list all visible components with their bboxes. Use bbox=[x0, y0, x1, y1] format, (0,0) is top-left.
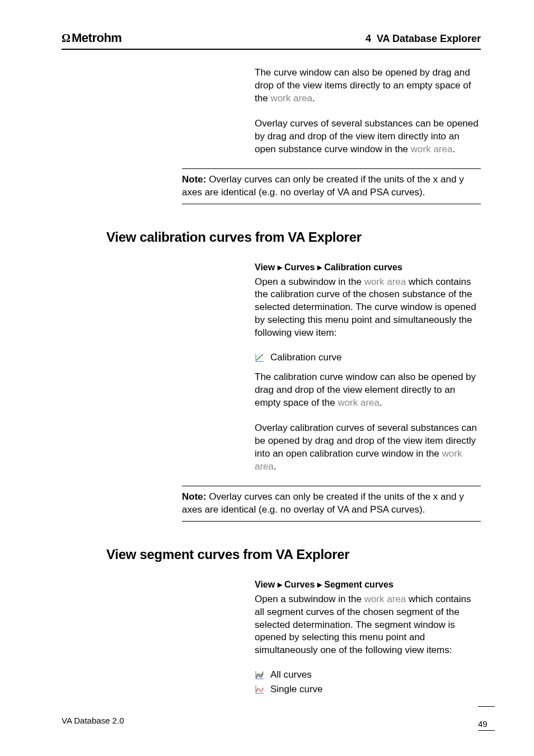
brand-name: Metrohm bbox=[72, 31, 121, 45]
paragraph-block: Overlay calibration curves of several su… bbox=[255, 422, 481, 473]
svg-point-1 bbox=[259, 356, 260, 358]
omega-icon: Ω bbox=[62, 32, 71, 45]
section-heading-calibration: View calibration curves from VA Explorer bbox=[106, 229, 481, 245]
page-number: 49 bbox=[478, 719, 488, 729]
icon-label: All curves bbox=[270, 669, 312, 680]
note-text: Note: Overlay curves can only be created… bbox=[182, 173, 481, 199]
icon-row-all-curves: All curves bbox=[255, 669, 481, 680]
brand-logo: ΩMetrohm bbox=[62, 31, 121, 45]
icon-row-single-curve: Single curve bbox=[255, 684, 481, 695]
body-paragraph: Overlay curves of several substances can… bbox=[255, 118, 481, 156]
footer-product: VA Database 2.0 bbox=[62, 716, 124, 725]
paragraph-block: The calibration curve window can also be… bbox=[255, 371, 481, 410]
svg-point-0 bbox=[257, 359, 258, 360]
menu-path: View ▸ Curves ▸ Segment curves bbox=[255, 579, 481, 590]
icon-label: Calibration curve bbox=[270, 352, 342, 363]
note-block: Note: Overlay curves can only be created… bbox=[182, 486, 481, 522]
body-paragraph: Open a subwindow in the work area which … bbox=[255, 593, 481, 658]
icon-label: Single curve bbox=[270, 684, 323, 695]
body-paragraph: The calibration curve window can also be… bbox=[255, 371, 481, 410]
page-footer: VA Database 2.0 bbox=[62, 716, 492, 725]
body-paragraph: Overlay calibration curves of several su… bbox=[255, 422, 481, 473]
note-text: Note: Overlay curves can only be created… bbox=[182, 491, 481, 516]
section-heading-segment: View segment curves from VA Explorer bbox=[106, 547, 481, 562]
menu-path: View ▸ Curves ▸ Calibration curves bbox=[255, 262, 481, 273]
page-number-decoration: 49 bbox=[478, 706, 495, 731]
all-curves-icon bbox=[255, 670, 265, 680]
note-block: Note: Overlay curves can only be created… bbox=[182, 168, 481, 204]
single-curve-icon bbox=[255, 684, 265, 694]
icon-row-calibration: Calibration curve bbox=[255, 352, 481, 363]
svg-point-2 bbox=[261, 355, 263, 356]
paragraph-block: The curve window can also be opened by d… bbox=[255, 67, 481, 105]
body-paragraph: The curve window can also be opened by d… bbox=[255, 67, 481, 105]
paragraph-block: Open a subwindow in the work area which … bbox=[255, 593, 481, 658]
chapter-title: 4 VA Database Explorer bbox=[366, 33, 481, 45]
body-paragraph: Open a subwindow in the work area which … bbox=[255, 276, 481, 340]
calibration-curve-icon bbox=[255, 353, 265, 363]
paragraph-block: Open a subwindow in the work area which … bbox=[255, 276, 481, 340]
paragraph-block: Overlay curves of several substances can… bbox=[255, 118, 481, 156]
page-header: ΩMetrohm 4 VA Database Explorer bbox=[62, 31, 481, 50]
